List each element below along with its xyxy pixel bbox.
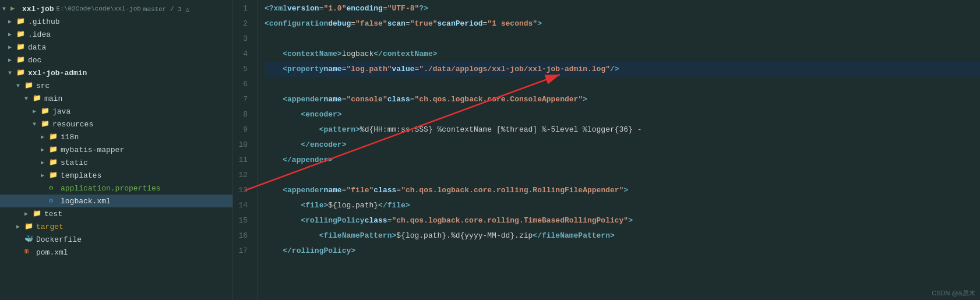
resources-label: resources bbox=[52, 120, 93, 129]
line-num-1: 1 bbox=[233, 1, 252, 16]
line-num-10: 10 bbox=[233, 137, 252, 153]
line-num-11: 11 bbox=[233, 153, 252, 168]
admin-icon: 📁 bbox=[16, 68, 26, 77]
tree-item-resources[interactable]: ▼ 📁 resources bbox=[0, 118, 232, 130]
watermark: CSDN @&辰木 bbox=[932, 289, 975, 298]
code-line-14: <file>${log.path}</file> bbox=[265, 198, 980, 213]
admin-label: xxl-job-admin bbox=[28, 69, 87, 77]
file-tree: ▼ ▶ xxl-job E:\02Code\code\xxl-job maste… bbox=[0, 0, 233, 300]
root-folder-icon: ▶ bbox=[10, 4, 20, 13]
code-line-8: <encoder> bbox=[265, 107, 980, 122]
static-label: static bbox=[61, 158, 88, 167]
tree-item-logback[interactable]: ▶ ⚙ logback.xml bbox=[0, 195, 232, 207]
code-line-16: <fileNamePattern>${log.path}.%d{yyyy-MM-… bbox=[265, 228, 980, 243]
line-num-4: 4 bbox=[233, 47, 252, 62]
code-line-10: </encoder> bbox=[265, 137, 980, 153]
line-num-12: 12 bbox=[233, 168, 252, 183]
root-label: xxl-job bbox=[22, 5, 54, 13]
doc-arrow: ▶ bbox=[8, 57, 16, 63]
root-branch: master / 3 △ bbox=[143, 5, 189, 13]
data-icon: 📁 bbox=[16, 43, 26, 52]
tree-item-idea[interactable]: ▶ 📁 .idea bbox=[0, 28, 232, 41]
root-arrow: ▼ bbox=[2, 6, 10, 12]
src-icon: 📁 bbox=[24, 81, 34, 90]
tree-item-doc[interactable]: ▶ 📁 doc bbox=[0, 54, 232, 66]
line-num-17: 17 bbox=[233, 243, 252, 259]
logback-label: logback.xml bbox=[61, 197, 111, 206]
tree-item-src[interactable]: ▼ 📁 src bbox=[0, 79, 232, 92]
app-props-icon: ⚙ bbox=[49, 183, 58, 193]
tree-item-xxl-job-admin[interactable]: ▼ 📁 xxl-job-admin bbox=[0, 66, 232, 79]
static-arrow: ▶ bbox=[41, 159, 49, 166]
mybatis-icon: 📁 bbox=[49, 145, 58, 154]
line-num-3: 3 bbox=[233, 31, 252, 47]
line-numbers: 1 2 3 4 5 6 7 8 9 10 11 12 13 14 15 16 1… bbox=[233, 0, 258, 300]
tree-item-i18n[interactable]: ▶ 📁 i18n bbox=[0, 130, 232, 143]
line-num-6: 6 bbox=[233, 77, 252, 92]
app-props-label: application.properties bbox=[61, 184, 161, 193]
code-line-6 bbox=[265, 77, 980, 92]
java-arrow: ▶ bbox=[33, 108, 41, 115]
dockerfile-icon: 🐳 bbox=[24, 235, 34, 244]
line-num-7: 7 bbox=[233, 92, 252, 107]
line-num-15: 15 bbox=[233, 213, 252, 228]
github-icon: 📁 bbox=[16, 17, 26, 26]
tree-item-target[interactable]: ▶ 📁 target bbox=[0, 220, 232, 233]
static-icon: 📁 bbox=[49, 158, 58, 167]
line-num-16: 16 bbox=[233, 228, 252, 243]
logback-icon: ⚙ bbox=[49, 196, 58, 206]
dockerfile-label: Dockerfile bbox=[36, 235, 82, 244]
github-label: .github bbox=[28, 17, 60, 26]
java-label: java bbox=[52, 107, 70, 116]
templates-label: templates bbox=[61, 171, 101, 180]
line-num-5: 5 bbox=[233, 62, 252, 77]
tree-item-github[interactable]: ▶ 📁 .github bbox=[0, 15, 232, 28]
pom-label: pom.xml bbox=[36, 248, 68, 257]
mybatis-arrow: ▶ bbox=[41, 146, 49, 153]
line-num-13: 13 bbox=[233, 183, 252, 198]
root-path: E:\02Code\code\xxl-job bbox=[57, 5, 141, 12]
tree-root[interactable]: ▼ ▶ xxl-job E:\02Code\code\xxl-job maste… bbox=[0, 2, 232, 15]
pom-icon: m bbox=[24, 248, 34, 257]
tree-item-pom[interactable]: ▶ m pom.xml bbox=[0, 246, 232, 259]
target-label: target bbox=[36, 223, 64, 231]
doc-icon: 📁 bbox=[16, 55, 26, 65]
code-line-2: <configuration debug="false" scan="true"… bbox=[265, 16, 980, 31]
java-icon: 📁 bbox=[41, 107, 50, 116]
code-line-11: </appender> bbox=[265, 153, 980, 168]
admin-arrow: ▼ bbox=[8, 70, 16, 76]
tree-item-mybatis[interactable]: ▶ 📁 mybatis-mapper bbox=[0, 143, 232, 156]
code-line-13: <appender name="file" class="ch.qos.logb… bbox=[265, 183, 980, 198]
tree-item-main[interactable]: ▼ 📁 main bbox=[0, 92, 232, 105]
line-num-2: 2 bbox=[233, 16, 252, 31]
mybatis-label: mybatis-mapper bbox=[61, 146, 124, 154]
doc-label: doc bbox=[28, 56, 41, 65]
tree-item-dockerfile[interactable]: ▶ 🐳 Dockerfile bbox=[0, 233, 232, 246]
target-arrow: ▶ bbox=[16, 223, 24, 230]
tree-item-data[interactable]: ▶ 📁 data bbox=[0, 41, 232, 54]
templates-icon: 📁 bbox=[49, 171, 58, 180]
tree-item-templates[interactable]: ▶ 📁 templates bbox=[0, 169, 232, 182]
main-label: main bbox=[44, 94, 62, 103]
code-lines[interactable]: <?xml version="1.0" encoding="UTF-8"?> <… bbox=[258, 0, 980, 300]
idea-label: .idea bbox=[28, 30, 51, 39]
data-arrow: ▶ bbox=[8, 44, 16, 51]
tree-item-static[interactable]: ▶ 📁 static bbox=[0, 156, 232, 169]
tree-item-app-props[interactable]: ▶ ⚙ application.properties bbox=[0, 182, 232, 195]
line-num-9: 9 bbox=[233, 122, 252, 137]
test-icon: 📁 bbox=[33, 209, 42, 218]
code-line-3 bbox=[265, 31, 980, 47]
code-line-1: <?xml version="1.0" encoding="UTF-8"?> bbox=[265, 1, 980, 16]
tree-item-test[interactable]: ▶ 📁 test bbox=[0, 207, 232, 220]
src-label: src bbox=[36, 82, 50, 90]
i18n-arrow: ▶ bbox=[41, 133, 49, 140]
code-line-5: <property name="log.path" value="./data/… bbox=[265, 62, 980, 77]
idea-arrow: ▶ bbox=[8, 31, 16, 38]
code-line-9: <pattern>%d{HH:mm:ss.SSS} %contextName [… bbox=[265, 122, 980, 137]
resources-icon: 📁 bbox=[41, 119, 50, 129]
main-arrow: ▼ bbox=[24, 96, 33, 102]
line-num-14: 14 bbox=[233, 198, 252, 213]
tree-item-java[interactable]: ▶ 📁 java bbox=[0, 105, 232, 118]
i18n-icon: 📁 bbox=[49, 132, 58, 142]
code-container: 1 2 3 4 5 6 7 8 9 10 11 12 13 14 15 16 1… bbox=[233, 0, 980, 300]
